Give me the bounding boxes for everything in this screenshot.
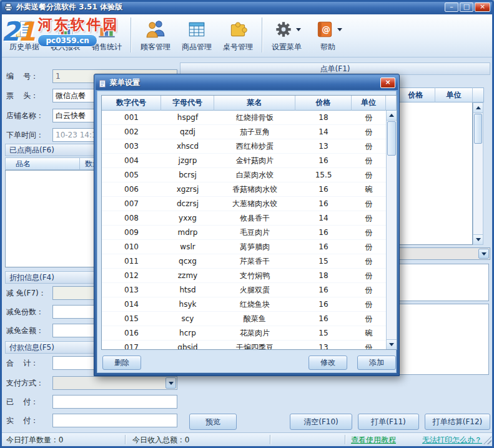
menu-cell: 004 xyxy=(102,154,161,167)
print-settle-button[interactable]: 打单结算(F12) xyxy=(425,414,490,430)
actual-paid-input[interactable] xyxy=(52,414,177,427)
order-panel-col-price[interactable]: 价格 xyxy=(397,87,435,102)
menu-cell: 份 xyxy=(352,341,386,349)
scrollbar-thumb[interactable] xyxy=(387,121,396,156)
dialog-icon xyxy=(98,79,107,87)
menu-table: 数字代号 字母代号 菜名 价格 单位 001hspgf红烧排骨饭18份002qz… xyxy=(101,95,397,350)
statusbar-separator xyxy=(125,435,126,444)
menu-cell: 份 xyxy=(352,297,386,311)
menu-table-row[interactable]: 008yxxg攸县香干14份 xyxy=(102,211,386,226)
scroll-up-icon[interactable] xyxy=(387,111,397,121)
menu-cell: 份 xyxy=(352,254,386,268)
menu-table-row[interactable]: 016hcrp花菜肉片15碗 xyxy=(102,326,386,341)
menu-cell: 红烧排骨饭 xyxy=(214,111,295,124)
menu-table-row[interactable]: 010wslr莴笋腊肉16份 xyxy=(102,240,386,254)
toolbar-item-label: 设置菜单 xyxy=(272,42,302,52)
menu-cell: gbsjd xyxy=(161,341,214,349)
menu-cell: 013 xyxy=(102,283,161,297)
menu-table-scrollbar[interactable] xyxy=(386,111,397,349)
menu-cell: 火腿双蛋 xyxy=(214,283,295,297)
menu-col-price[interactable]: 价格 xyxy=(295,96,352,111)
menu-cell: 份 xyxy=(352,211,386,225)
menu-cell: 011 xyxy=(102,254,161,268)
menu-cell: 014 xyxy=(102,297,161,311)
dialog-close-icon[interactable]: × xyxy=(380,77,395,88)
menu-cell: 010 xyxy=(102,240,161,254)
menu-table-row[interactable]: 005bcrsj白菜肉水饺15.5份 xyxy=(102,168,386,182)
minimize-button[interactable]: – xyxy=(445,2,458,12)
menu-cell: 干煸四季豆 xyxy=(214,341,295,349)
help-book-icon: @ xyxy=(314,19,335,40)
menu-table-row[interactable]: 004jzgrp金针菇肉片16份 xyxy=(102,154,386,168)
menu-table-row[interactable]: 002qzdj茄子豆角14份 xyxy=(102,125,386,139)
menu-cell: scy xyxy=(161,312,214,326)
scroll-up-icon[interactable] xyxy=(473,103,483,113)
maximize-button[interactable]: □ xyxy=(460,2,473,12)
menu-cell: 茄子豆角 xyxy=(214,125,295,139)
menu-col-unit[interactable]: 单位 xyxy=(352,96,386,111)
add-button[interactable]: 添加 xyxy=(357,356,396,370)
payment-method-dropdown-icon[interactable] xyxy=(165,377,176,389)
menu-col-number-code[interactable]: 数字代号 xyxy=(102,96,161,111)
toolbar-item-product-mgmt[interactable]: 商品管理 xyxy=(176,16,217,55)
menu-table-row[interactable]: 015scy酸菜鱼16份 xyxy=(102,312,386,326)
scrollbar-thumb[interactable] xyxy=(474,114,482,144)
menu-table-row[interactable]: 011qcxg芹菜香干15份 xyxy=(102,254,386,269)
print-help-link[interactable]: 无法打印怎么办？ xyxy=(422,435,482,445)
toolbar-item-label: 桌号管理 xyxy=(223,42,253,52)
menu-table-row[interactable]: 006xgzrsj香菇猪肉水饺16碗 xyxy=(102,182,386,197)
menu-table-row[interactable]: 012zzmy支竹焖鸭18份 xyxy=(102,269,386,283)
menu-cell: yxxg xyxy=(161,211,214,225)
menu-cell: 009 xyxy=(102,226,161,239)
dropdown-arrow-icon[interactable] xyxy=(296,28,301,31)
menu-cell: qcxg xyxy=(161,254,214,268)
menu-table-row[interactable]: 001hspgf红烧排骨饭18份 xyxy=(102,111,386,125)
actual-paid-label: 实 付： xyxy=(6,414,38,427)
menu-col-dish-name[interactable]: 菜名 xyxy=(214,96,295,111)
ordered-items-col-name[interactable]: 品名 xyxy=(5,157,80,170)
menu-cell: 支竹焖鸭 xyxy=(214,269,295,282)
payment-method-combo[interactable] xyxy=(52,376,177,390)
titlebar[interactable]: 外卖送餐分流软件 3.51 体验版 – □ × xyxy=(0,0,494,14)
statusbar: 今日打单数量 : 0 今日收入总额 : 0 查看使用教程 无法打印怎么办？ xyxy=(0,432,494,446)
resize-grip[interactable] xyxy=(483,436,492,444)
close-button[interactable]: × xyxy=(475,2,490,12)
dropdown-arrow-icon[interactable] xyxy=(337,28,342,31)
menu-cell: 花菜肉片 xyxy=(214,326,295,340)
menu-table-row[interactable]: 007dczrsj大葱猪肉水饺16份 xyxy=(102,197,386,211)
menu-cell: hsyk xyxy=(161,297,214,311)
menu-cell: 毛豆肉片 xyxy=(214,226,295,239)
paid-input[interactable] xyxy=(52,395,177,409)
menu-table-row[interactable]: 014hsyk红烧鱼块16份 xyxy=(102,297,386,312)
menu-table-row[interactable]: 009mdrp毛豆肉片16份 xyxy=(102,226,386,240)
toolbar-item-table-mgmt[interactable]: 桌号管理 xyxy=(217,16,259,55)
toolbar-item-settings-menu[interactable]: 设置菜单 xyxy=(266,16,307,55)
modify-button[interactable]: 修改 xyxy=(309,356,347,370)
tables-icon xyxy=(227,19,249,40)
clear-button[interactable]: 清空(F10) xyxy=(290,414,352,430)
paid-label: 已 付： xyxy=(6,395,38,409)
menu-table-row[interactable]: 013htsd火腿双蛋16份 xyxy=(102,283,386,297)
scroll-down-icon[interactable] xyxy=(387,339,397,349)
menu-cell: 红烧鱼块 xyxy=(214,297,295,311)
menu-cell: xgzrsj xyxy=(161,182,214,196)
menu-table-row[interactable]: 003xhscd西红柿炒蛋13份 xyxy=(102,139,386,154)
order-panel-scrollbar[interactable] xyxy=(473,102,483,245)
order-panel-col-unit[interactable]: 单位 xyxy=(435,87,473,102)
menu-cell: 白菜肉水饺 xyxy=(214,168,295,182)
menu-cell: 005 xyxy=(102,168,161,182)
menu-cell: wslr xyxy=(161,240,214,254)
menu-cell: 017 xyxy=(102,341,161,349)
toolbar-item-help[interactable]: @帮助 xyxy=(307,16,348,55)
scroll-down-icon[interactable] xyxy=(473,234,483,244)
menu-table-row[interactable]: 017gbsjd干煸四季豆13份 xyxy=(102,341,386,349)
delete-button[interactable]: 删除 xyxy=(102,356,141,370)
dialog-titlebar[interactable]: 菜单设置 × xyxy=(96,76,398,90)
order-panel-combo-dropdown-icon[interactable] xyxy=(478,249,489,259)
income-today-status: 今日收入总额 : 0 xyxy=(132,435,189,445)
preview-button[interactable]: 预览 xyxy=(189,414,237,430)
menu-col-letter-code[interactable]: 字母代号 xyxy=(161,96,214,111)
print-button[interactable]: 打单(F11) xyxy=(358,414,419,430)
toolbar-item-customer-mgmt[interactable]: 顾客管理 xyxy=(135,16,176,55)
tutorial-link[interactable]: 查看使用教程 xyxy=(351,435,396,445)
